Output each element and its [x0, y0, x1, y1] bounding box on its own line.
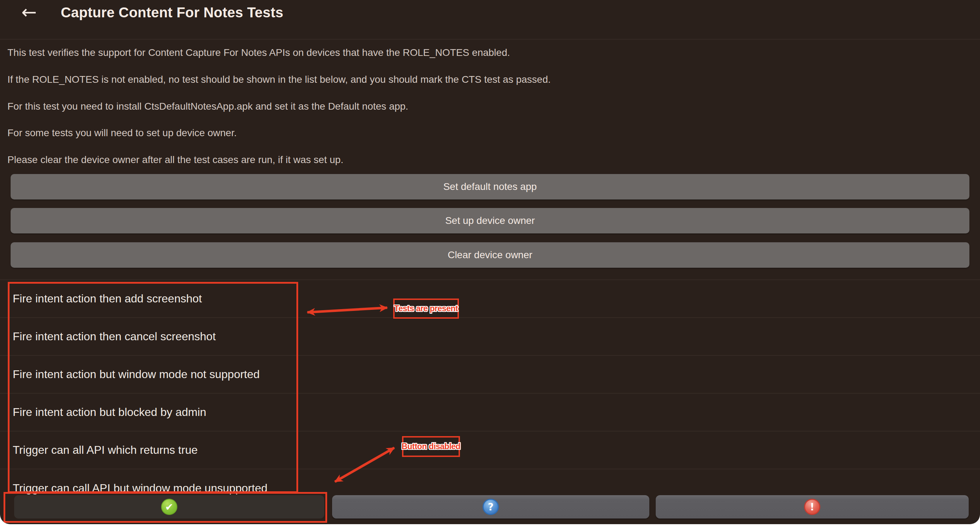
info-button[interactable]: ? [332, 495, 649, 519]
exclamation-icon: ! [804, 499, 820, 515]
pass-button[interactable]: ✔ [14, 495, 324, 519]
fail-button[interactable]: ! [656, 495, 969, 519]
test-row[interactable]: Fire intent action then cancel screensho… [0, 318, 980, 356]
test-row[interactable]: Trigger can all API which returns true [0, 431, 980, 470]
instruction-line: Please clear the device owner after all … [8, 154, 344, 166]
test-row[interactable]: Fire intent action then add screenshot [0, 280, 980, 318]
set-up-device-owner-button[interactable]: Set up device owner [11, 208, 969, 233]
cts-verifier-screen: ← Capture Content For Notes Tests This t… [0, 0, 980, 524]
page-title: Capture Content For Notes Tests [61, 4, 283, 21]
back-arrow-icon[interactable]: ← [18, 1, 40, 23]
clear-device-owner-button[interactable]: Clear device owner [11, 242, 969, 268]
test-row[interactable]: Trigger can call API but window mode uns… [0, 470, 980, 495]
test-list: Fire intent action then add screenshot F… [0, 279, 980, 495]
set-default-notes-app-button[interactable]: Set default notes app [11, 174, 969, 200]
instruction-line: If the ROLE_NOTES is not enabled, no tes… [8, 73, 551, 86]
instruction-line: For some tests you will need to set up d… [8, 127, 237, 139]
header-bar: ← Capture Content For Notes Tests [0, 0, 980, 40]
instruction-line: For this test you need to install CtsDef… [8, 101, 408, 112]
question-mark-icon: ? [482, 499, 499, 515]
instruction-line: This test verifies the support for Conte… [8, 47, 510, 59]
test-row[interactable]: Fire intent action but window mode not s… [0, 356, 980, 394]
pass-check-icon: ✔ [161, 499, 177, 515]
test-row[interactable]: Fire intent action but blocked by admin [0, 394, 980, 431]
